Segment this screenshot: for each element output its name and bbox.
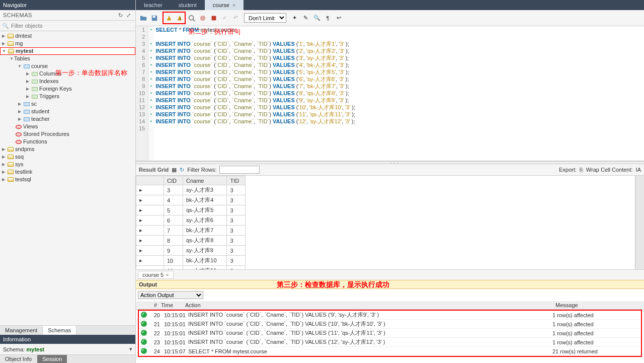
svg-point-4 [200,15,205,21]
schema-item-testsql[interactable]: testsql [0,176,135,183]
output-type-selector[interactable]: Action Output [138,291,203,299]
refresh-result-icon[interactable]: ↻ [180,167,184,173]
result-tab-course5[interactable]: course 5× [138,271,174,279]
export-label: Export: [559,167,577,173]
success-icon [141,312,147,318]
output-row[interactable]: 2410:15:07 SELECT * FROM mytest.course21… [139,347,641,356]
grid-icon[interactable]: ▦ [172,167,177,173]
svg-point-2 [189,15,193,20]
success-icon [141,348,147,354]
stop-icon[interactable] [197,13,208,23]
annotation-step2: 第二步：执行语句 [188,28,240,35]
filter-input[interactable] [9,22,133,30]
commit-icon[interactable]: ✓ [219,13,230,23]
tab-student[interactable]: student [171,0,205,10]
filter-rows-label: Filter Rows: [187,167,216,173]
success-icon [141,339,147,345]
result-grid[interactable]: CIDCnameTID▸3sy-人才库33▸4bk-人才库43▸5qs-人才库5… [136,176,644,269]
close-tab-icon[interactable]: × [232,2,235,8]
output-col-num: # [145,301,159,309]
execute-current-icon[interactable]: I [174,13,185,23]
storedproc-node[interactable]: Stored Procedures [0,130,135,138]
svg-line-3 [193,19,195,21]
schema-item-sys[interactable]: sys [0,161,135,168]
schema-item-testlink[interactable]: testlink [0,168,135,176]
output-row[interactable]: 2010:15:01 INSERT INTO `course` (`CID`, … [139,311,641,320]
schema-item-dmtest[interactable]: dmtest [0,32,135,40]
footer-tabs: Object Info Session [0,354,135,363]
schema-filter[interactable]: 🔍 [0,21,135,31]
editor-tabs: teacher student course× [136,0,644,10]
schema-dropdown-icon[interactable]: ▾ [129,346,132,352]
output-row[interactable]: 2310:15:01 INSERT INTO `course` (`CID`, … [139,338,641,347]
result-tabs: course 5× [136,269,644,280]
schemas-header: SCHEMAS ↻ ⤢ [0,10,135,21]
expand-schemas-icon[interactable]: ⤢ [126,12,132,18]
filter-rows-input[interactable] [219,166,260,174]
schema-item-mg[interactable]: mg [0,40,135,47]
management-tab[interactable]: Management [0,326,43,335]
svg-text:I: I [180,15,181,21]
schemas-label: SCHEMAS [3,12,32,18]
line-marks: ••••••••••••• [148,26,153,161]
tab-teacher[interactable]: teacher [136,0,171,10]
open-file-icon[interactable] [138,13,148,23]
session-tab[interactable]: Session [37,355,67,363]
schema-info: Schema: mytest ▾ [0,344,135,354]
output-row[interactable]: 2110:15:01 INSERT INTO `course` (`CID`, … [139,320,641,329]
wrap-label: Wrap Cell Content: [586,167,633,173]
stop-script-icon[interactable] [208,13,219,23]
information-header: Information [0,335,135,344]
refresh-schemas-icon[interactable]: ↻ [118,12,124,18]
sql-toolbar: I ✓ ↶ Don't Limit ✦ ✎ 🔍 ¶ ↩ [136,10,644,26]
limit-selector[interactable]: Don't Limit [244,13,286,23]
horizontal-splitter[interactable] [136,161,644,164]
save-file-icon[interactable] [149,13,159,23]
code-area[interactable]: SELECT * FROM mytest.course;INSERT INTO … [153,26,357,161]
output-grid[interactable]: 2010:15:01 INSERT INTO `course` (`CID`, … [138,310,642,357]
result-toolbar: Result Grid ▦ ↻ Filter Rows: Export: ⎘ W… [136,164,644,176]
tables-node[interactable]: Tables [0,55,135,62]
navigator-panel: Navigator SCHEMAS ↻ ⤢ 🔍 第一步：单击数据库名称 dmte… [0,0,136,363]
navigator-title: Navigator [0,0,135,10]
schemas-tab[interactable]: Schemas [43,326,76,335]
line-gutter: 123456789101112131415 [136,26,148,161]
output-header: Output 第三步：检查数据库，显示执行成功 [136,280,644,289]
table-teacher[interactable]: teacher [0,115,135,123]
output-col-time: Time [159,301,183,309]
output-selector-row: Action Output [136,289,644,301]
execute-icon[interactable] [164,13,174,23]
invisible-icon[interactable]: ¶ [323,13,333,23]
tab-course[interactable]: course× [205,0,244,10]
views-node[interactable]: Views [0,123,135,130]
triggers-node[interactable]: Triggers [0,93,135,100]
brush-icon[interactable]: ✎ [300,13,311,23]
schema-item-mytest[interactable]: mytest [0,47,135,55]
result-side-panel[interactable] [635,176,644,269]
sql-editor[interactable]: 第二步：执行语句 123456789101112131415 •••••••••… [136,26,644,161]
table-sc[interactable]: sc [0,100,135,108]
output-columns: # Time Action Message [136,301,644,310]
beautify-icon[interactable]: ✦ [289,13,300,23]
close-result-icon[interactable]: × [166,272,169,278]
schema-item-ssq[interactable]: ssq [0,153,135,161]
export-icon[interactable]: ⎘ [580,167,583,173]
indexes-node[interactable]: Indexes [0,78,135,85]
rollback-icon[interactable]: ↶ [230,13,241,23]
search-icon: 🔍 [2,23,9,29]
objectinfo-tab[interactable]: Object Info [0,355,37,363]
schema-tree[interactable]: 第一步：单击数据库名称 dmtest mg mytest Tables cour… [0,31,135,325]
table-student[interactable]: student [0,108,135,115]
success-icon [141,330,147,336]
find-icon[interactable]: 🔍 [311,13,322,23]
output-row[interactable]: 2210:15:01 INSERT INTO `course` (`CID`, … [139,329,641,338]
result-grid-label: Result Grid [139,167,169,173]
schema-item-sndpms[interactable]: sndpms [0,146,135,153]
wrap-icon[interactable]: ↩ [334,13,344,23]
wrap-content-icon[interactable]: IA [636,167,641,173]
explain-icon[interactable] [186,13,197,23]
annotation-step3: 第三步：检查数据库，显示执行成功 [277,280,389,289]
functions-node[interactable]: Functions [0,138,135,146]
foreignkeys-node[interactable]: Foreign Keys [0,85,135,93]
management-tabs: Management Schemas [0,325,135,335]
